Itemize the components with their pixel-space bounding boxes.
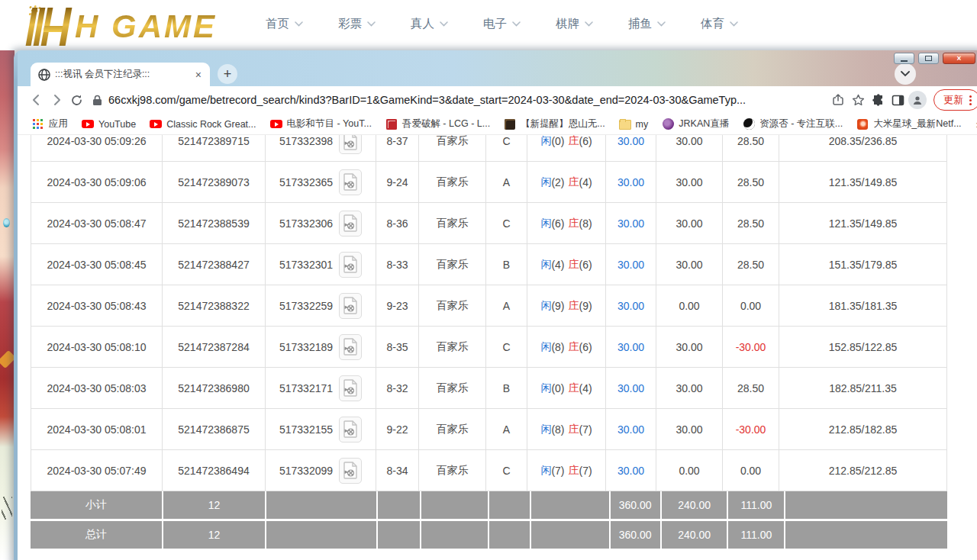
video-replay-button[interactable]: [339, 169, 362, 195]
video-replay-button[interactable]: [339, 417, 362, 443]
cell-time: 2024-03-30 05:08:03: [31, 368, 162, 408]
cell-winloss: -30.00: [722, 409, 779, 449]
bookmarks-overflow-chevron[interactable]: »: [969, 117, 977, 130]
bookmark-item[interactable]: my: [612, 118, 656, 130]
side-panel-icon[interactable]: [888, 90, 908, 110]
cell-round-id: 517332171: [265, 368, 376, 408]
cell-bet-id: 521472386494: [162, 450, 265, 491]
cell-winloss: 0.00: [722, 450, 779, 491]
extensions-puzzle-icon[interactable]: [868, 90, 888, 110]
cell-balance: 181.35/181.35: [779, 285, 947, 326]
bookmark-item[interactable]: Classic Rock Great...: [143, 118, 263, 130]
site-logo[interactable]: H GAME: [24, 3, 217, 46]
cell-winloss: 28.50: [722, 368, 779, 408]
video-replay-button[interactable]: [339, 252, 362, 278]
bookmark-star-icon[interactable]: [848, 90, 868, 110]
forward-button[interactable]: [47, 90, 66, 110]
background-artwork: [0, 50, 15, 560]
banker-count: (6): [579, 259, 592, 271]
cell-desk: C: [485, 450, 527, 491]
tab-search-button[interactable]: [895, 63, 916, 85]
cell-game-name: 百家乐: [418, 285, 485, 326]
video-replay-button[interactable]: [339, 135, 362, 154]
table-row: 2024-03-30 05:09:26 521472389715 5173323…: [31, 135, 947, 162]
cell-valid-amount: 30.00: [656, 203, 722, 243]
banker-count: (9): [579, 300, 592, 312]
banker-label: 庄: [569, 340, 579, 354]
refresh-button[interactable]: [66, 90, 86, 110]
cell-table-round: 9-24: [376, 162, 418, 202]
banker-label: 庄: [569, 258, 579, 272]
cell-bet-amount: 30.00: [605, 368, 656, 408]
player-count: (2): [551, 176, 564, 188]
round-id-text: 517332365: [279, 176, 333, 188]
video-file-icon: [343, 173, 358, 191]
banker-label: 庄: [569, 464, 579, 478]
update-label: 更新: [943, 93, 963, 107]
player-count: (8): [551, 341, 564, 353]
video-replay-button[interactable]: [339, 211, 362, 237]
nav-item[interactable]: 体育: [701, 16, 738, 32]
cell-balance: 182.85/211.35: [779, 368, 947, 408]
cell-game-name: 百家乐: [418, 244, 485, 285]
cell-table-round: 9-23: [376, 285, 418, 326]
main-nav: 首页 彩票 真人 电子 棋牌: [266, 0, 738, 47]
banker-count: (4): [579, 176, 592, 188]
bookmark-item[interactable]: 资源否 - 专注互联...: [736, 117, 850, 130]
cell-desk: C: [485, 135, 527, 161]
cell-table-round: 8-37: [376, 135, 418, 161]
cell-game-name: 百家乐: [418, 327, 485, 367]
maximize-button[interactable]: [918, 53, 939, 64]
player-label: 闲: [540, 217, 551, 230]
nav-item[interactable]: 棋牌: [556, 16, 593, 32]
cell-desk: A: [485, 285, 527, 326]
bookmark-favicon: [32, 118, 44, 130]
minimize-button[interactable]: [894, 53, 914, 64]
video-replay-button[interactable]: [339, 293, 362, 319]
video-replay-button[interactable]: [339, 375, 362, 401]
bookmark-item[interactable]: 【新提醒】恩山无...: [497, 117, 611, 130]
bookmark-favicon: [82, 118, 94, 130]
tab-close-icon[interactable]: ×: [193, 69, 204, 81]
lock-icon: [92, 95, 102, 106]
cell-time: 2024-03-30 05:08:10: [31, 327, 162, 367]
menu-kebab-icon[interactable]: [969, 95, 972, 105]
bookmark-item[interactable]: 吾爱破解 - LCG - L...: [379, 117, 497, 130]
cell-valid-amount: 30.00: [656, 135, 722, 161]
new-tab-button[interactable]: +: [218, 64, 237, 84]
cell-valid-amount: 30.00: [656, 368, 722, 408]
browser-tab[interactable]: :::视讯 会员下注纪录::: ×: [31, 63, 210, 86]
cell-bet-id: 521472387284: [162, 327, 265, 367]
video-replay-button[interactable]: [339, 334, 362, 360]
bookmark-item[interactable]: YouTube: [75, 118, 143, 130]
close-window-button[interactable]: ×: [943, 53, 975, 64]
player-label: 闲: [540, 381, 551, 395]
nav-item[interactable]: 真人: [411, 16, 448, 32]
bookmark-item[interactable]: 电影和节目 - YouT...: [263, 117, 379, 130]
bookmark-item[interactable]: 大米星球_最新Netf...: [850, 117, 968, 130]
share-icon[interactable]: [828, 90, 848, 110]
video-replay-button[interactable]: [339, 458, 362, 484]
nav-item[interactable]: 彩票: [338, 16, 376, 32]
cell-bet-amount: 30.00: [605, 135, 656, 161]
update-browser-button[interactable]: 更新: [933, 89, 977, 111]
browser-toolbar: 66cxkj98.com/game/betrecord_search/kind3…: [18, 86, 977, 114]
back-button[interactable]: [27, 90, 47, 110]
nav-item-label: 首页: [266, 16, 289, 32]
nav-item[interactable]: 捕鱼: [628, 16, 666, 32]
bookmark-favicon: [150, 118, 162, 130]
cell-round-id: 517332306: [265, 203, 376, 243]
profile-avatar[interactable]: [908, 90, 927, 110]
video-file-icon: [343, 420, 358, 438]
bookmark-item[interactable]: 应用: [25, 117, 75, 130]
url-bar[interactable]: 66cxkj98.com/game/betrecord_search/kind3…: [86, 89, 828, 111]
bookmark-item[interactable]: JRKAN直播: [655, 117, 736, 130]
total-label: 总计: [31, 521, 162, 549]
nav-item[interactable]: 电子: [483, 16, 521, 32]
subtotal-winloss: 111.00: [728, 491, 784, 519]
round-id-text: 517332189: [279, 341, 333, 353]
screen: H GAME 首页 彩票 真人 电子: [0, 0, 977, 560]
cell-bet-id: 521472388427: [162, 244, 265, 285]
round-id-text: 517332301: [279, 259, 333, 271]
nav-item[interactable]: 首页: [266, 16, 303, 32]
